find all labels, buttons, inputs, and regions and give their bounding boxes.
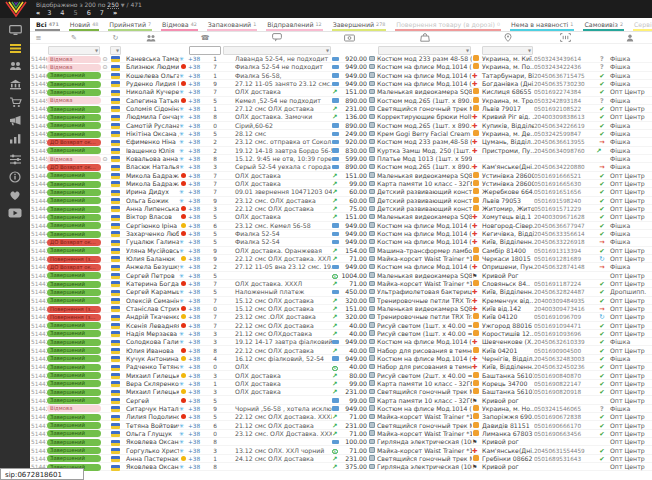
table-row[interactable]: 514444ЗавершенийАнна Липенська+38322.12 … [30, 205, 652, 213]
table-row[interactable]: 514434ЗавершенийСергей Карамышев✳+385Нал… [30, 288, 652, 296]
sliders-button[interactable] [0, 150, 30, 168]
table-row[interactable]: 514438Повернення (з...Юлия Баланюк+38922… [30, 255, 652, 263]
tab-Відмова[interactable]: Відмова42 [161, 21, 198, 31]
table-row[interactable]: 514423ЗавершенийВера Скляренко✳+381ОЛХ д… [30, 380, 652, 388]
phone-filter-input[interactable] [189, 46, 221, 55]
table-row[interactable]: 514457ВідмоваСапегина Татьяна С..+385Кем… [30, 97, 652, 105]
table-row[interactable]: 514455ЗавершенийЛюдмила Гончарова✳+388ОЛ… [30, 113, 652, 121]
table-row[interactable]: 514461Відмова⊙Близнюк Людмила ..+387Фиал… [30, 63, 652, 71]
flag-cell [109, 455, 122, 463]
table-row[interactable]: 514453ЗавершенийНікітіна Оксана Дми..✳+3… [30, 130, 652, 138]
table-row[interactable]: 514436ЗавершенийСергей Петров✳+385$1004.… [30, 272, 652, 280]
table-row[interactable]: 514445ЗавершенийОльга Божик✳+38923.12 см… [30, 197, 652, 205]
scan-icon[interactable] [534, 33, 596, 42]
table-row[interactable]: 514462Відмова⊙Каневська Тамара ..✳+381Ла… [30, 55, 652, 63]
page-number-4[interactable]: 4 [60, 9, 64, 17]
page-number-6[interactable]: 6 [87, 9, 91, 17]
table-row[interactable]: 514428ЗавершенийСолодкова Галина В..✳+38… [30, 338, 652, 346]
page-number-7[interactable]: 7 [100, 9, 104, 17]
table-row[interactable]: 514429ЗавершенийНадія Мерзаєва✳+38321.12… [30, 330, 652, 338]
table-row[interactable]: 514443ЗавершенийВіктор Власов+385ОЛХ дос… [30, 213, 652, 221]
table-row[interactable]: 514435ЗавершенийКатерина Богданова+387ОЛ… [30, 280, 652, 288]
pencil-icon[interactable]: ✎ [47, 34, 101, 42]
refresh-icon[interactable]: ↻ [109, 34, 122, 42]
filter-dropdown-4[interactable]: ▼ [378, 46, 471, 55]
table-row[interactable]: 514460ЗавершенийКошелева Ольга Ар..✳+381… [30, 72, 652, 80]
table-row[interactable]: 514437ДО Возврат ок...Анжела Безушку✳+38… [30, 263, 652, 271]
table-row[interactable]: 514454ЗавершенийСамотій Руслана Во..✳+38… [30, 122, 652, 130]
table-row[interactable]: 514418ЗавершенийТетяна Войтович✳+38621.1… [30, 421, 652, 429]
table-row[interactable]: 514415ЗавершенийГоргулько Христина..✳+38… [30, 446, 652, 454]
table-row[interactable]: 514452ДО Возврат ок...Єфименко Ніна✳+382… [30, 138, 652, 146]
table-row[interactable]: 514459ЗавершенийРуденко Лидия Пав..+3892… [30, 80, 652, 88]
table-row[interactable]: 514431Повернення (з...Андрій Ткаченко+38… [30, 313, 652, 321]
table-row[interactable]: 514426ЗавершенийКучук Антонина+38416.12 … [30, 355, 652, 363]
table-row[interactable]: 514442ЗавершенийСергіюнко Іріна Ми..+386… [30, 222, 652, 230]
table-row[interactable]: 514447ЗавершенийМикола Бадражан+387ОЛХ д… [30, 180, 652, 188]
phone-icon[interactable]: ☎ [188, 34, 222, 42]
table-row[interactable]: 514420ВідмоваСитарчук Наталія Гр..✳+389Ч… [30, 405, 652, 413]
filter-dropdown-3[interactable]: ▼ [223, 46, 331, 55]
money-icon[interactable] [332, 34, 367, 42]
table-row[interactable]: 514450Відмова⊙Ковальова анна✳+38815.12. … [30, 155, 652, 163]
last-page-button[interactable]: » [113, 9, 117, 17]
cart-button[interactable] [0, 93, 30, 111]
table-row[interactable]: 514441ЗавершенийЗахарченко Люба+385Фиалк… [30, 230, 652, 238]
table-row[interactable]: 514413ЗавершенийЯковлева Оксана✳+388↗375… [30, 463, 652, 471]
table-row[interactable]: 514417ЗавершенийОльга Глущук✳+38023.12 с… [30, 430, 652, 438]
table-row[interactable]: 514439ЗавершенийУляна Мусійовська✳+389ОЛ… [30, 247, 652, 255]
info-button[interactable] [0, 168, 30, 186]
chevron-down-icon[interactable]: ▼ [121, 2, 125, 8]
person-icon[interactable] [608, 34, 652, 42]
tab-Нема в наявності[interactable]: Нема в наявності1 [510, 21, 574, 31]
first-page-button[interactable]: « [36, 9, 40, 17]
table-row[interactable]: 514424ЗавершенийМихаил Гилецький+383ОЛХ … [30, 371, 652, 379]
filter-dropdown-0[interactable]: ▼ [48, 46, 100, 55]
team-button[interactable] [0, 57, 30, 75]
tab-Прийнятий[interactable]: Прийнятий7 [108, 21, 152, 31]
table-row[interactable]: 514425ЗавершенийРадченко Тетяна✳+380ОЛХ$… [30, 363, 652, 371]
app-logo[interactable] [4, 1, 28, 21]
bank-button[interactable] [0, 75, 30, 93]
megaphone-button[interactable] [0, 111, 30, 129]
tab-Завершений[interactable]: Завершений278 [332, 21, 387, 31]
tab-Сервіси[interactable]: Сервіси0 [633, 21, 652, 31]
table-row[interactable]: 514449ДО Возврат ок...Власюк Наталья✳+38… [30, 163, 652, 171]
pin-icon[interactable] [481, 33, 534, 42]
page-number-5[interactable]: 5 [73, 9, 77, 17]
page-number-3[interactable]: 3 [47, 9, 51, 17]
tab-Новий[interactable]: Новий48 [69, 21, 100, 31]
analytics-button[interactable] [0, 129, 30, 147]
table-row[interactable]: 514414ЗавершенийАнна Пастернак+38124.12 … [30, 455, 652, 463]
table-row[interactable]: 514421ЗавершенийСергей+38599.00Карта пам… [30, 396, 652, 404]
table-row[interactable]: 514451ЗавершенийІващенко Юлія✳+38219.12 … [30, 147, 652, 155]
filter-dropdown-5[interactable]: ▼ [482, 46, 533, 55]
table-row[interactable]: 514440ДО Возврат ок...Гуцалюк Галина✳+38… [30, 238, 652, 246]
page-size-dropdown[interactable]: 250 [107, 1, 118, 9]
table-row[interactable]: 514433ЗавершенийОлексій Семанін✳+38715.1… [30, 297, 652, 305]
tab-Повернення товару (в дорозі)[interactable]: Повернення товару (в дорозі)0 [395, 21, 501, 31]
table-row[interactable]: 514427ЗавершенийЮлия Иванова+38822.12 см… [30, 346, 652, 354]
loyalty-heart-button[interactable] [0, 186, 30, 204]
tab-Відправлений[interactable]: Відправлений12 [266, 21, 322, 31]
table-row[interactable]: 514456ЗавершенийСоломія Сідоніна✳+38127.… [30, 105, 652, 113]
orders-list-button[interactable] [0, 39, 30, 57]
dashboard-monitor-button[interactable] [0, 21, 30, 39]
table-row[interactable]: 514419ЗавершенийЛилия Подолинская+38522.… [30, 413, 652, 421]
table-row[interactable]: 514458ЗавершенийНиколай Кучеренко✳+387ОЛ… [30, 88, 652, 96]
filter-dropdown-1[interactable]: ▼ [110, 46, 121, 55]
table-row[interactable]: 514432Повернення (з...Станіслав Стрижак+… [30, 305, 652, 313]
table-row[interactable]: 514422ЗавершенийМихаил Гилецький+383ОЛХ … [30, 388, 652, 396]
comment-icon[interactable] [222, 33, 332, 42]
menu-icon[interactable]: ≡ [30, 34, 47, 42]
bag-icon[interactable] [377, 33, 472, 42]
table-row[interactable]: 514416ЗавершенийЯковлева Оксана✳+388100.… [30, 438, 652, 446]
tab-Запакований[interactable]: Запакований1 [207, 21, 257, 31]
table-row[interactable]: 514448ЗавершенийМикола Бадражан+387ОЛХ д… [30, 172, 652, 180]
table-row[interactable]: 514446ЗавершенийИрина Дидух✳+38709.01 зв… [30, 188, 652, 196]
tab-Всі[interactable]: Всі471 [35, 21, 60, 31]
people-icon[interactable] [122, 34, 179, 42]
video-tutorial-button[interactable] [0, 204, 30, 222]
tab-Самовивіз[interactable]: Самовивіз2 [583, 21, 624, 31]
table-row[interactable]: 514430ЗавершенийКсенія Левадняя+38722.12… [30, 322, 652, 330]
